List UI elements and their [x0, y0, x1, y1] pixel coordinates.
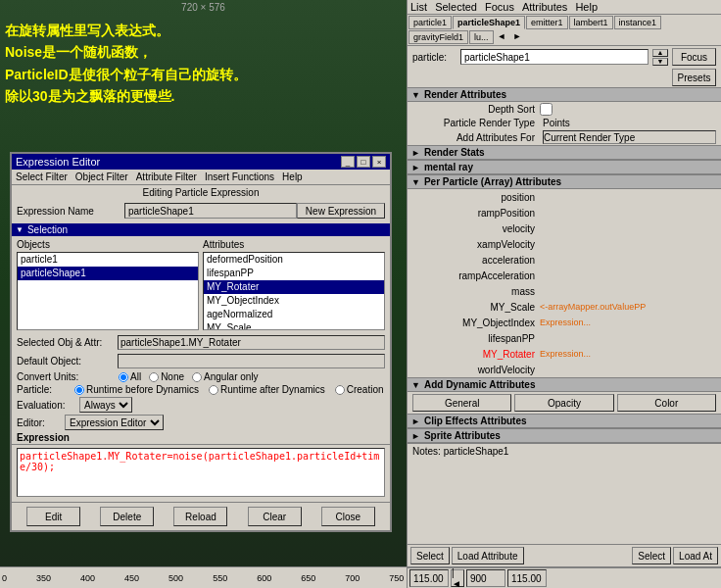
editor-select[interactable]: Expression Editor	[65, 415, 164, 430]
particle-down-btn[interactable]: ▼	[652, 58, 668, 66]
radio-runtime-after[interactable]: Runtime after Dynamics	[209, 384, 325, 395]
menu-object-filter[interactable]: Object Filter	[75, 172, 128, 182]
render-type-label: Particle Render Type	[412, 118, 540, 128]
expr-title-bar: Expression Editor _ □ ×	[12, 154, 390, 170]
selection-section-header: Selection	[12, 223, 390, 236]
reload-btn[interactable]: Reload	[173, 507, 227, 526]
tab-more[interactable]: lu...	[469, 30, 494, 44]
clip-effects-header[interactable]: ► Clip Effects Attributes	[408, 414, 721, 428]
object-particleShape1[interactable]: particleShape1	[18, 267, 198, 280]
render-stats-header[interactable]: ► Render Stats	[408, 145, 721, 160]
radio-creation[interactable]: Creation	[335, 384, 384, 395]
bottom-load2-btn[interactable]: Load At	[673, 547, 718, 564]
clip-effects-title: Clip Effects Attributes	[424, 416, 527, 426]
radio-none[interactable]: None	[149, 371, 184, 382]
objects-listbox[interactable]: particle1 particleShape1	[17, 252, 199, 330]
attr-ageNormalized[interactable]: ageNormalized	[204, 308, 384, 321]
default-obj-input[interactable]	[118, 354, 385, 368]
default-obj-label: Default Object:	[17, 356, 115, 367]
tab-particleShape1[interactable]: particleShape1	[453, 16, 525, 29]
bottom-bar: Select Load Attribute Select Load At	[408, 544, 721, 566]
sprite-attrs-arrow: ►	[411, 431, 420, 441]
tab-scroll-left[interactable]: ◄	[495, 30, 509, 44]
object-particle1[interactable]: particle1	[18, 253, 198, 267]
render-attrs-header[interactable]: ▼ Render Attributes	[408, 87, 721, 102]
attr-MY_Rotater[interactable]: MY_Rotater	[204, 280, 384, 294]
tab-instance1[interactable]: instance1	[614, 16, 662, 29]
right-menubar: List Selected Focus Attributes Help	[408, 0, 721, 15]
bottom-select-btn[interactable]: Select	[410, 547, 450, 564]
add-dynamic-btns: General Opacity Color	[408, 392, 721, 414]
chinese-annotation: 在旋转属性里写入表达式。 Noise是一个随机函数， ParticleID是使很…	[5, 20, 247, 108]
add-dynamic-header[interactable]: ▼ Add Dynamic Attributes	[408, 377, 721, 392]
render-stats-arrow: ►	[411, 148, 420, 158]
tab-lambert1[interactable]: lambert1	[569, 16, 613, 29]
opacity-btn[interactable]: Opacity	[514, 394, 613, 412]
attributes-listbox[interactable]: deformedPosition lifespanPP MY_Rotater M…	[203, 252, 385, 330]
editor-row: Editor: Expression Editor	[12, 414, 390, 431]
menu-help[interactable]: Help	[282, 172, 303, 182]
particle-up-btn[interactable]: ▲	[652, 49, 668, 57]
tab-particle1[interactable]: particle1	[409, 16, 452, 29]
ppi-position: position	[408, 189, 721, 205]
ppi-acceleration: acceleration	[408, 252, 721, 268]
attr-lifespanPP[interactable]: lifespanPP	[204, 267, 384, 280]
menu-attribute-filter[interactable]: Attribute Filter	[136, 172, 197, 182]
minimize-btn[interactable]: _	[341, 156, 355, 168]
general-btn[interactable]: General	[412, 394, 511, 412]
menu-list[interactable]: List	[410, 1, 427, 13]
sprite-attrs-header[interactable]: ► Sprite Attributes	[408, 428, 721, 443]
convert-units-row: Convert Units: All None Angular only	[12, 370, 390, 383]
attr-MY_Scale[interactable]: MY_Scale	[204, 321, 384, 330]
attributes-scroll[interactable]: ▼ Render Attributes Depth Sort Particle …	[408, 87, 721, 544]
ppi-mass: mass	[408, 283, 721, 299]
color-btn[interactable]: Color	[617, 394, 716, 412]
ppi-MY_Scale: MY_Scale <-arrayMapper.outValuePP	[408, 299, 721, 315]
per-particle-header[interactable]: ▼ Per Particle (Array) Attributes	[408, 174, 721, 189]
tab-scroll-right[interactable]: ►	[509, 30, 524, 44]
new-expression-btn[interactable]: New Expression	[297, 203, 385, 219]
expr-name-input[interactable]	[124, 203, 297, 219]
menu-select-filter[interactable]: Select Filter	[16, 172, 68, 182]
attr-deformedPosition[interactable]: deformedPosition	[204, 253, 384, 267]
bottom-select2-btn[interactable]: Select	[632, 547, 671, 564]
ppi-MY_Rotater: MY_Rotater Expression...	[408, 346, 721, 362]
ppi-lifespanPP: lifespanPP	[408, 330, 721, 346]
expression-textarea[interactable]: particleShape1.MY_Rotater=noise(particle…	[17, 448, 385, 497]
mental-ray-header[interactable]: ► mental ray	[408, 160, 721, 174]
depth-sort-checkbox[interactable]	[540, 103, 553, 116]
menu-help-right[interactable]: Help	[575, 1, 598, 13]
radio-all[interactable]: All	[119, 371, 141, 382]
focus-button[interactable]: Focus	[672, 48, 716, 66]
ppi-rampPosition: rampPosition	[408, 205, 721, 220]
presets-button[interactable]: Presets	[672, 69, 716, 86]
expression-section-label: Expression	[12, 431, 390, 445]
particle-field-input[interactable]	[460, 49, 649, 65]
eval-select[interactable]: Always	[79, 397, 132, 413]
close-btn[interactable]: Close	[321, 507, 375, 526]
notes-section: Notes: particleShape1	[408, 443, 721, 459]
viewport-panel: 720 × 576 在旋转属性里写入表达式。 Noise是一个随机函数， Par…	[0, 0, 407, 588]
status-arrow1[interactable]: |◄	[451, 569, 464, 587]
menu-focus[interactable]: Focus	[485, 1, 514, 13]
expression-editor-dialog: Expression Editor _ □ × Select Filter Ob…	[10, 152, 392, 532]
close-title-btn[interactable]: ×	[372, 156, 386, 168]
bottom-load-btn[interactable]: Load Attribute	[452, 547, 524, 564]
menu-insert-functions[interactable]: Insert Functions	[205, 172, 274, 182]
clear-btn[interactable]: Clear	[248, 507, 302, 526]
radio-runtime-before[interactable]: Runtime before Dynamics	[74, 384, 199, 395]
tab-emitter1[interactable]: emitter1	[526, 16, 568, 29]
maximize-btn[interactable]: □	[357, 156, 370, 168]
edit-btn[interactable]: Edit	[26, 507, 80, 526]
attr-MY_ObjectIndex[interactable]: MY_ObjectIndex	[204, 294, 384, 308]
delete-btn[interactable]: Delete	[100, 507, 154, 526]
sel-obj-input[interactable]	[118, 335, 385, 350]
radio-angular[interactable]: Angular only	[192, 371, 259, 382]
status-value1: 115.00	[409, 569, 449, 587]
tab-gravityField1[interactable]: gravityField1	[409, 30, 468, 44]
menu-attributes[interactable]: Attributes	[522, 1, 567, 13]
menu-selected[interactable]: Selected	[435, 1, 477, 13]
objects-label: Objects	[17, 239, 199, 250]
add-attrs-input[interactable]	[543, 130, 716, 144]
ppi-xampVelocity: xampVelocity	[408, 236, 721, 252]
